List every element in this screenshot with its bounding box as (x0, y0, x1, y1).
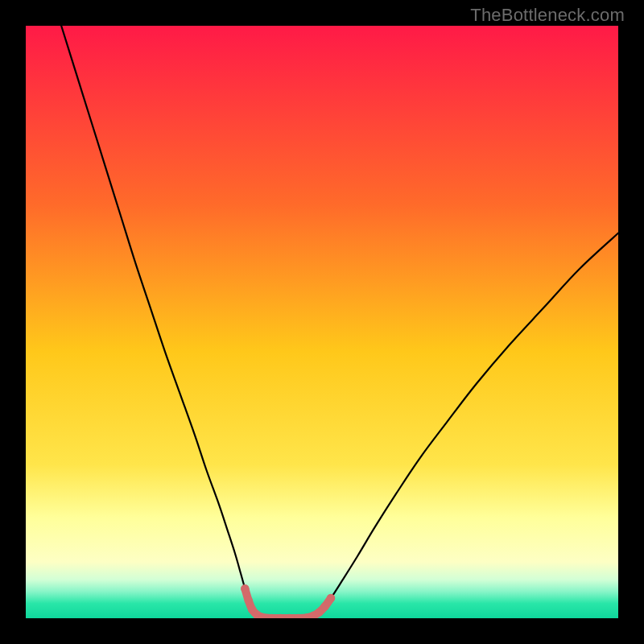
marker-dot (315, 608, 323, 616)
watermark-text: TheBottleneck.com (470, 5, 625, 26)
outer-frame: TheBottleneck.com (0, 0, 644, 644)
marker-dot (245, 597, 253, 605)
marker-dot (320, 602, 328, 610)
plot-svg (26, 26, 618, 618)
plot-area (26, 26, 618, 618)
marker-dot (327, 594, 335, 602)
marker-dot (241, 584, 249, 592)
